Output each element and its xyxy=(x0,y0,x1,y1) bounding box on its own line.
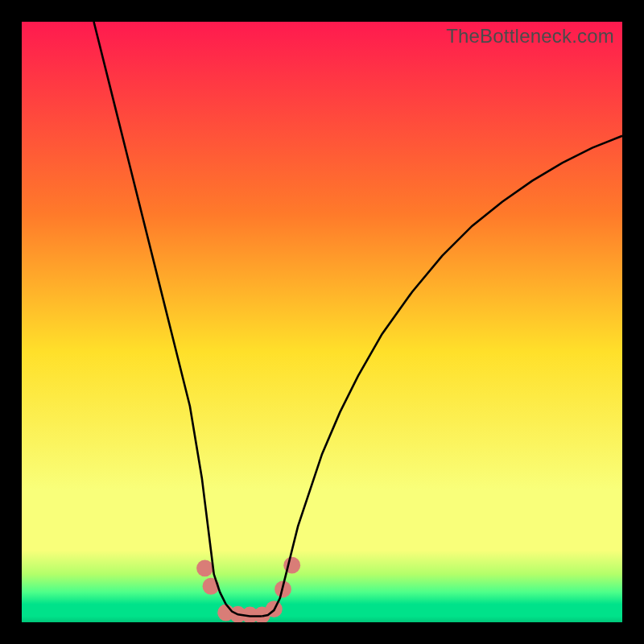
marker-point xyxy=(196,559,213,576)
plot-area: TheBottleneck.com xyxy=(22,22,622,622)
curve-right-branch xyxy=(262,136,622,617)
curve-left-branch xyxy=(94,22,262,617)
outer-frame: TheBottleneck.com xyxy=(0,0,644,644)
curve-layer xyxy=(22,22,622,622)
watermark-text: TheBottleneck.com xyxy=(446,25,614,47)
